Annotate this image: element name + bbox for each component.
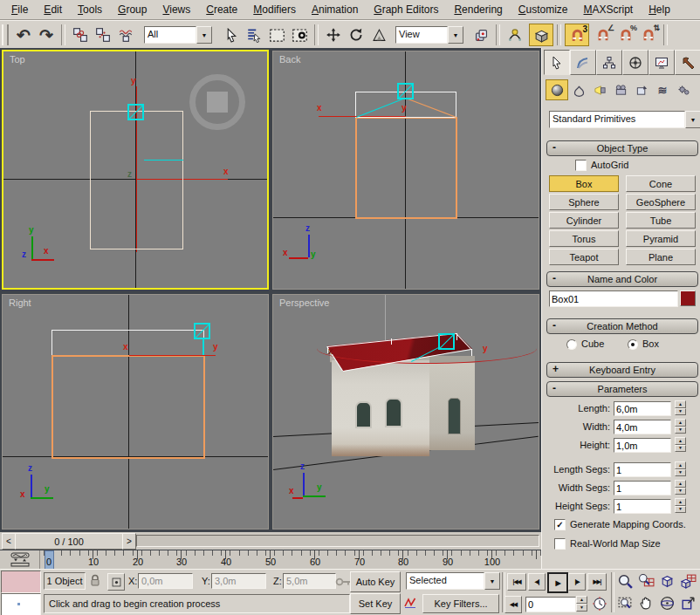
- length-segs-spinner[interactable]: ▲▼: [675, 461, 686, 476]
- tab-modify[interactable]: [570, 50, 596, 75]
- rollout-name-color[interactable]: - Name and Color: [546, 271, 698, 287]
- objtype-pyramid-button[interactable]: Pyramid: [626, 230, 696, 247]
- previous-frame-button[interactable]: ◀|: [528, 573, 546, 591]
- menu-modifiers[interactable]: Modifiers: [245, 1, 304, 18]
- objtype-geosphere-button[interactable]: GeoSphere: [626, 194, 696, 210]
- pan-hand-button[interactable]: [636, 593, 656, 613]
- select-and-link-icon[interactable]: [69, 24, 92, 46]
- use-pivot-point-center-icon[interactable]: [470, 24, 492, 46]
- menu-maxscript[interactable]: MAXScript: [576, 1, 642, 18]
- key-mode-toggle-button[interactable]: ◀◀: [504, 596, 522, 613]
- play-button[interactable]: ▶: [547, 572, 568, 593]
- select-and-move-icon[interactable]: [322, 24, 345, 46]
- length-field[interactable]: [614, 401, 671, 416]
- tab-utilities[interactable]: [675, 50, 700, 75]
- open-mini-curve-editor-button[interactable]: [0, 550, 40, 569]
- unlink-selection-icon[interactable]: [92, 24, 114, 46]
- width-spinner[interactable]: ▲▼: [675, 419, 686, 434]
- viewport-right[interactable]: x y z x y Right: [2, 294, 269, 530]
- menu-animation[interactable]: Animation: [304, 1, 366, 18]
- width-segs-field[interactable]: [614, 481, 671, 495]
- object-name-field[interactable]: [549, 290, 678, 307]
- time-slider-prev-button[interactable]: <: [2, 533, 16, 550]
- objtype-torus-button[interactable]: Torus: [549, 230, 619, 247]
- rollout-creation-method[interactable]: - Creation Method: [546, 318, 698, 334]
- select-and-rotate-icon[interactable]: [345, 24, 367, 46]
- subcategory-dropdown[interactable]: Standard Primitives ▼: [549, 111, 700, 128]
- category-helpers[interactable]: [631, 79, 652, 100]
- menu-tools[interactable]: Tools: [70, 1, 110, 18]
- objtype-cylinder-button[interactable]: Cylinder: [549, 212, 619, 229]
- viewport-top[interactable]: y x z y z x Top: [2, 50, 269, 290]
- objtype-tube-button[interactable]: Tube: [626, 212, 696, 229]
- select-and-scale-icon[interactable]: [367, 24, 390, 46]
- key-filter-dropdown[interactable]: Selected ▼: [406, 572, 500, 590]
- snaps-toggle-icon[interactable]: 3: [565, 24, 589, 46]
- go-to-start-button[interactable]: |◀◀: [507, 573, 526, 591]
- maxscript-mini-listener[interactable]: [1, 571, 41, 593]
- menu-help[interactable]: Help: [641, 1, 678, 18]
- min-max-toggle-button[interactable]: [678, 593, 698, 613]
- category-cameras[interactable]: [610, 79, 631, 100]
- viewport-label[interactable]: Top: [10, 54, 25, 65]
- reference-coordinate-dropdown[interactable]: View ▼: [395, 26, 463, 44]
- creation-box-radio[interactable]: [628, 339, 638, 350]
- menu-group[interactable]: Group: [110, 1, 154, 18]
- y-coord-field[interactable]: 3,0m: [211, 573, 266, 589]
- viewport-label[interactable]: Right: [9, 297, 31, 308]
- default-in-out-tangent-icon[interactable]: [402, 594, 418, 612]
- objtype-cone-button[interactable]: Cone: [626, 175, 696, 192]
- window-crossing-toggle-icon[interactable]: [288, 24, 311, 46]
- category-systems[interactable]: [673, 79, 694, 100]
- select-object-icon[interactable]: [220, 24, 243, 46]
- selection-lock-icon[interactable]: [89, 573, 101, 588]
- objtype-sphere-button[interactable]: Sphere: [549, 194, 619, 210]
- generate-mapping-coords-checkbox[interactable]: ✓: [554, 519, 566, 530]
- objtype-teapot-button[interactable]: Teapot: [549, 249, 619, 265]
- maxscript-listener-input[interactable]: [1, 593, 41, 615]
- auto-key-button[interactable]: Auto Key: [350, 571, 401, 592]
- viewport-label[interactable]: Perspective: [279, 297, 329, 308]
- viewport-back[interactable]: x y z x y Back: [272, 51, 539, 290]
- current-frame-field[interactable]: [525, 597, 576, 612]
- menu-create[interactable]: Create: [198, 1, 245, 18]
- viewcube-ghost[interactable]: [189, 74, 245, 130]
- next-frame-button[interactable]: |▶: [568, 573, 586, 591]
- arc-rotate-button[interactable]: [657, 593, 677, 613]
- rollout-keyboard-entry[interactable]: + Keyboard Entry: [546, 362, 698, 378]
- category-space-warps[interactable]: ≋: [652, 79, 673, 100]
- key-filters-button[interactable]: Key Filters...: [422, 594, 499, 613]
- creation-cube-radio[interactable]: [566, 339, 577, 350]
- undo-icon[interactable]: ↶: [12, 24, 35, 46]
- toolbar-grip[interactable]: [2, 24, 9, 45]
- menu-file[interactable]: File: [3, 1, 36, 18]
- category-shapes[interactable]: [568, 79, 589, 100]
- menu-views[interactable]: Views: [154, 1, 198, 18]
- chevron-down-icon[interactable]: ▼: [196, 26, 212, 44]
- object-color-swatch[interactable]: [680, 290, 696, 306]
- width-field[interactable]: [614, 420, 671, 434]
- tab-hierarchy[interactable]: [596, 50, 622, 75]
- redo-icon[interactable]: ↷: [35, 24, 58, 46]
- timeline-ruler[interactable]: 0 10 20 30 40 50 60 70 80 90 100: [40, 550, 541, 569]
- zoom-all-button[interactable]: [636, 571, 656, 591]
- zoom-extents-all-button[interactable]: [678, 571, 698, 591]
- objtype-box-button[interactable]: Box: [549, 175, 619, 192]
- percent-snap-toggle-icon[interactable]: %: [614, 24, 637, 46]
- viewport-label[interactable]: Back: [279, 54, 300, 65]
- menu-rendering[interactable]: Rendering: [446, 1, 510, 18]
- frame-spinner[interactable]: ▲▼: [576, 596, 587, 612]
- zoom-button[interactable]: [615, 571, 635, 591]
- keyboard-shortcut-override-toggle[interactable]: [529, 24, 553, 46]
- time-slider-track[interactable]: [136, 535, 539, 547]
- set-key-button[interactable]: Set Key: [350, 593, 401, 614]
- x-coord-field[interactable]: 0,0m: [138, 573, 193, 589]
- length-spinner[interactable]: ▲▼: [675, 400, 686, 415]
- rollout-object-type[interactable]: - Object Type: [546, 140, 698, 156]
- time-slider-handle[interactable]: 0 / 100: [15, 533, 123, 550]
- height-segs-spinner[interactable]: ▲▼: [675, 498, 686, 513]
- absolute-offset-toggle[interactable]: [107, 573, 125, 591]
- chevron-down-icon[interactable]: ▼: [484, 572, 500, 590]
- chevron-down-icon[interactable]: ▼: [685, 111, 700, 128]
- height-segs-field[interactable]: [614, 499, 671, 514]
